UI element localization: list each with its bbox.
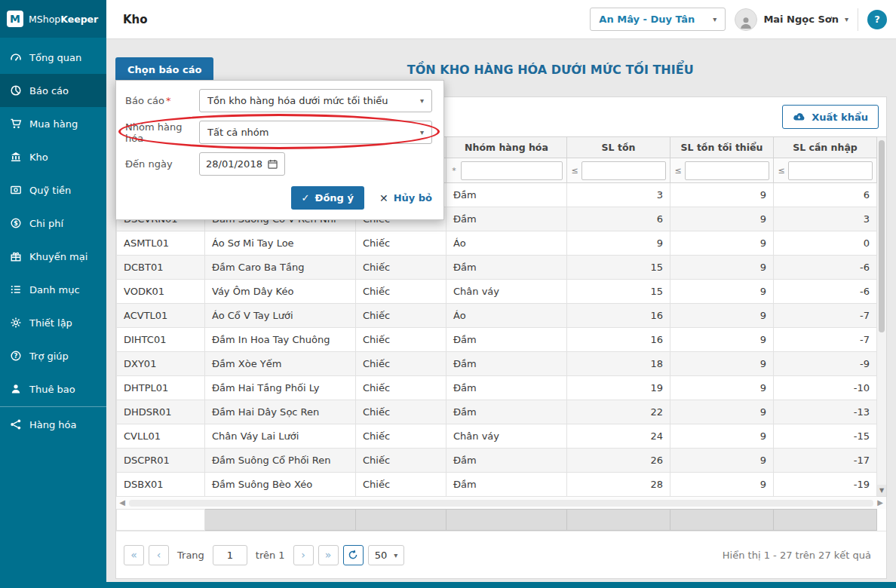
cancel-button[interactable]: ✕ Hủy bỏ xyxy=(379,192,432,204)
table-cell: Chân váy xyxy=(446,424,567,449)
person-icon xyxy=(738,15,753,30)
sidebar-item-label: Kho xyxy=(29,152,48,163)
date-field-label: Đến ngày xyxy=(125,158,199,170)
filter-operator[interactable]: ≤ xyxy=(571,166,578,176)
table-cell: DHTPL01 xyxy=(117,376,205,400)
sidebar-item-label: Trợ giúp xyxy=(29,351,69,362)
calendar-icon xyxy=(268,159,278,169)
sidebar-item-bao-cao[interactable]: Báo cáo xyxy=(0,74,106,107)
table-cell: 9 xyxy=(670,256,774,280)
sidebar-item-label: Hàng hóa xyxy=(29,419,77,430)
pagination-prev-button[interactable]: ‹ xyxy=(149,545,169,565)
table-row[interactable]: VODK01Váy Ôm Dây KéoChiếcChân váy159-6 xyxy=(117,280,877,304)
store-selector[interactable]: An Mây - Duy Tân ▾ xyxy=(590,8,726,31)
pagination-next-button[interactable]: › xyxy=(293,545,314,565)
table-cell: Chiếc xyxy=(356,376,446,400)
sidebar-item-chi-phi[interactable]: $ Chi phí xyxy=(0,207,106,240)
sidebar-separator xyxy=(0,406,106,407)
product-group-select[interactable]: Tất cả nhóm ▾ xyxy=(199,121,432,144)
filter-input[interactable] xyxy=(581,161,666,180)
page-label: Trang xyxy=(177,550,204,561)
summary-cell xyxy=(670,510,774,531)
table-cell: 22 xyxy=(567,400,670,424)
gift-icon xyxy=(10,250,22,262)
summary-cell xyxy=(774,510,877,531)
summary-cell xyxy=(567,510,670,531)
pagination-last-button[interactable]: » xyxy=(318,545,339,565)
export-button[interactable]: Xuất khẩu xyxy=(782,105,879,129)
table-row[interactable]: ASMTL01Áo Sơ Mi Tay LoeChiếcÁo990 xyxy=(117,231,877,256)
vertical-scrollbar-thumb[interactable] xyxy=(879,140,885,332)
expense-coin-icon: $ xyxy=(10,217,22,229)
scroll-down-arrow-icon[interactable]: ▼ xyxy=(877,485,886,496)
sidebar-item-kho[interactable]: Kho xyxy=(0,140,106,173)
pie-chart-icon xyxy=(10,84,22,96)
report-toolbar: Chọn báo cáo TỒN KHO HÀNG HÓA DƯỚI MỨC T… xyxy=(115,57,887,81)
table-cell: 9 xyxy=(670,449,774,473)
table-cell: -9 xyxy=(774,352,877,376)
column-header[interactable]: SL cần nhập xyxy=(774,137,877,158)
horizontal-scrollbar[interactable]: ◀ ▶ xyxy=(116,497,886,509)
sidebar-item-thiet-lap[interactable]: Thiết lập xyxy=(0,306,106,339)
sidebar-item-mua-hang[interactable]: Mua hàng xyxy=(0,107,106,140)
ok-button[interactable]: ✓ Đồng ý xyxy=(291,186,364,210)
page-of-label: trên 1 xyxy=(256,550,285,561)
table-row[interactable]: CVLL01Chân Váy Lai LướiChiếcChân váy249-… xyxy=(117,424,877,449)
sidebar-item-khuyen-mai[interactable]: Khuyến mại xyxy=(0,240,106,273)
column-header[interactable]: Nhóm hàng hóa xyxy=(446,137,567,158)
page-size-select[interactable]: 50 ▾ xyxy=(368,545,405,565)
filter-operator[interactable]: ≤ xyxy=(674,166,682,176)
sidebar-item-tong-quan[interactable]: Tổng quan xyxy=(0,41,106,74)
table-cell: DSBX01 xyxy=(117,473,205,497)
column-header[interactable]: SL tồn xyxy=(567,137,670,158)
table-cell: Đầm xyxy=(446,473,567,497)
vertical-scrollbar[interactable]: ▼ xyxy=(877,136,887,497)
sidebar-item-hang-hoa[interactable]: Hàng hóa xyxy=(0,408,106,441)
scroll-right-arrow-icon[interactable]: ▶ xyxy=(876,499,885,507)
page-number-input[interactable] xyxy=(213,545,247,565)
table-cell: 9 xyxy=(670,280,774,304)
chevron-down-icon: ▾ xyxy=(420,128,424,136)
close-icon: ✕ xyxy=(379,192,388,204)
table-cell: Chiếc xyxy=(356,424,446,449)
horizontal-scrollbar-thumb[interactable] xyxy=(129,500,873,507)
table-row[interactable]: DXY01Đầm Xòe YếmChiếcĐầm189-9 xyxy=(117,352,877,376)
pagination-first-button[interactable]: « xyxy=(124,545,144,565)
filter-input[interactable] xyxy=(788,161,873,180)
table-row[interactable]: DHDSR01Đầm Hai Dây Sọc RenChiếcĐầm229-13 xyxy=(117,400,877,424)
column-header[interactable]: SL tồn tối thiểu xyxy=(670,137,774,158)
user-menu[interactable]: Mai Ngọc Sơn ▾ xyxy=(735,8,848,31)
sidebar-item-tro-giup[interactable]: ? Trợ giúp xyxy=(0,339,106,372)
table-cell: DXY01 xyxy=(117,352,205,376)
refresh-button[interactable] xyxy=(343,545,364,565)
report-type-select[interactable]: Tồn kho hàng hóa dưới mức tối thiểu ▾ xyxy=(199,89,432,112)
table-row[interactable]: DCBT01Đầm Caro Ba TầngChiếcĐầm159-6 xyxy=(117,256,877,280)
sidebar-item-thue-bao[interactable]: Thuê bao xyxy=(0,372,106,406)
table-row[interactable]: DSCPR01Đầm Suông Cổ Phối RenChiếcĐầm269-… xyxy=(117,449,877,473)
table-cell: Chiếc xyxy=(356,400,446,424)
help-button[interactable]: ? xyxy=(867,10,887,29)
sidebar-item-danh-muc[interactable]: Danh mục xyxy=(0,273,106,306)
sidebar-item-quy-tien[interactable]: Quỹ tiền xyxy=(0,173,106,207)
to-date-input[interactable]: 28/01/2018 xyxy=(199,152,285,176)
scroll-left-arrow-icon[interactable]: ◀ xyxy=(118,499,127,507)
table-cell: Đầm Hai Tầng Phối Ly xyxy=(205,376,356,400)
filter-operator[interactable]: ≤ xyxy=(778,166,785,176)
table-row[interactable]: DIHTC01Đầm In Hoa Tay ChuôngChiếcĐầm169-… xyxy=(117,328,877,352)
table-row[interactable]: DSBX01Đầm Suông Bèo XéoChiếcĐầm289-19 xyxy=(117,473,877,497)
table-row[interactable]: ACVTL01Áo Cổ V Tay LướiChiếcÁo169-7 xyxy=(117,304,877,328)
table-cell: 9 xyxy=(670,231,774,256)
main-area: Kho An Mây - Duy Tân ▾ Mai Ngọc Sơn ▾ xyxy=(106,0,896,582)
filter-input[interactable] xyxy=(461,161,563,180)
table-cell: 19 xyxy=(567,376,670,400)
table-row[interactable]: DHTPL01Đầm Hai Tầng Phối LyChiếcĐầm199-1… xyxy=(117,376,877,400)
table-cell: Đầm xyxy=(446,328,567,352)
page-title: Kho xyxy=(123,13,148,26)
sidebar-nav: Tổng quan Báo cáo Mua hàng Kho Quỹ tiền xyxy=(0,38,106,582)
filter-input[interactable] xyxy=(685,161,769,180)
filter-operator[interactable]: * xyxy=(450,166,458,176)
chevron-down-icon: ▾ xyxy=(845,15,848,23)
table-cell: Chiếc xyxy=(356,449,446,473)
app-window: M MShopKeeper Tổng quan Báo cáo Mua hàng xyxy=(0,0,896,588)
choose-report-button[interactable]: Chọn báo cáo xyxy=(115,57,213,81)
